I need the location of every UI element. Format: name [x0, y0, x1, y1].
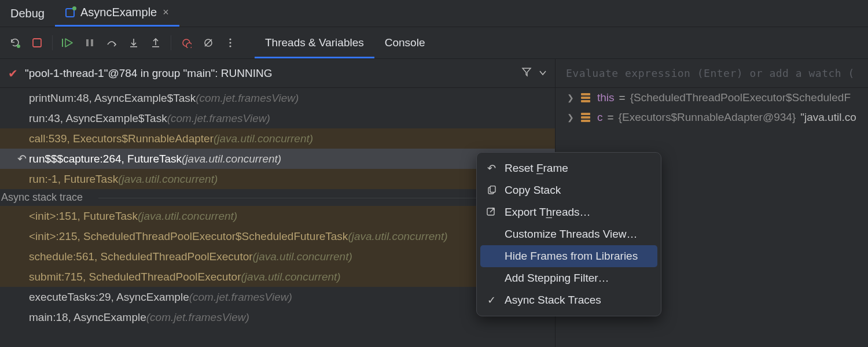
rerun-icon — [9, 37, 21, 49]
export-icon — [485, 208, 498, 217]
pause-button[interactable] — [80, 34, 99, 52]
tab-threads-variables[interactable]: Threads & Variables — [255, 27, 374, 58]
chevron-right-icon[interactable]: ❯ — [567, 93, 574, 102]
checkmark-icon: ✓ — [485, 294, 498, 307]
more-button[interactable] — [221, 34, 240, 52]
stack-frame[interactable]: call:539, Executors$RunnableAdapter (jav… — [0, 128, 555, 149]
menu-copy-stack[interactable]: Copy Stack — [477, 179, 661, 201]
tab-debug-label: Debug — [10, 7, 45, 20]
svg-point-13 — [229, 45, 231, 47]
kebab-icon — [229, 38, 231, 48]
svg-rect-3 — [86, 39, 89, 46]
reset-frame-icon: ↶ — [485, 162, 498, 175]
step-over-button[interactable] — [102, 34, 121, 52]
tab-console-label: Console — [385, 36, 425, 49]
step-into-button[interactable] — [124, 34, 143, 52]
evaluate-expression-input[interactable]: Evaluate expression (Enter) or add a wat… — [556, 59, 868, 88]
menu-add-stepping-filter[interactable]: Add Stepping Filter… — [477, 267, 661, 289]
mute-breakpoints-icon — [203, 38, 214, 48]
async-section-label: Async stack trace — [0, 189, 555, 206]
filter-icon[interactable] — [521, 67, 532, 80]
svg-rect-15 — [490, 186, 495, 193]
mute-breakpoints-button[interactable] — [199, 34, 218, 52]
frames-context-menu: ↶ Reset Frame Copy Stack Export Threads…… — [476, 152, 661, 316]
chevron-right-icon[interactable]: ❯ — [567, 113, 574, 122]
svg-point-8 — [186, 43, 192, 48]
svg-rect-1 — [33, 39, 41, 47]
svg-point-11 — [229, 38, 231, 40]
svg-point-12 — [229, 42, 231, 43]
step-out-icon — [151, 38, 160, 48]
stack-frame[interactable]: <init>:215, ScheduledThreadPoolExecutor$… — [0, 226, 555, 246]
view-breakpoints-button[interactable] — [177, 34, 196, 52]
resume-icon — [61, 38, 74, 48]
separator — [171, 35, 171, 50]
step-out-button[interactable] — [146, 34, 165, 52]
menu-export-threads[interactable]: Export Threads… — [477, 201, 661, 223]
stack-frame[interactable]: printNum:48, AsyncExample$Task (com.jet.… — [0, 88, 555, 108]
stack-frame[interactable]: submit:715, ScheduledThreadPoolExecutor … — [0, 267, 555, 287]
evaluate-placeholder: Evaluate expression (Enter) or add a wat… — [566, 67, 855, 79]
copy-icon — [485, 186, 498, 195]
tab-threads-label: Threads & Variables — [265, 36, 364, 49]
resume-button[interactable] — [58, 34, 77, 52]
stack-frame[interactable]: run:43, AsyncExample$Task (com.jet.frame… — [0, 108, 555, 128]
stack-frame-selected[interactable]: ↶ run$$$capture:264, FutureTask (java.ut… — [0, 149, 555, 169]
stack-frame[interactable]: run:-1, FutureTask (java.util.concurrent… — [0, 169, 555, 189]
svg-rect-6 — [152, 46, 159, 47]
tab-console[interactable]: Console — [374, 27, 436, 58]
svg-point-0 — [17, 45, 20, 48]
breakpoints-icon — [181, 38, 192, 48]
check-icon: ✔ — [8, 67, 18, 80]
menu-hide-frames-libraries[interactable]: Hide Frames from Libraries — [480, 245, 657, 267]
stack-frame[interactable]: <init>:151, FutureTask (java.util.concur… — [0, 206, 555, 226]
stack-frame[interactable]: main:18, AsyncExample (com.jet.framesVie… — [0, 307, 555, 327]
stop-icon — [32, 38, 42, 47]
tab-debug[interactable]: Debug — [0, 0, 55, 27]
separator — [52, 35, 53, 50]
menu-async-stack-traces[interactable]: ✓ Async Stack Traces — [477, 289, 661, 311]
stop-button[interactable] — [28, 34, 46, 52]
svg-rect-5 — [130, 46, 137, 47]
pause-icon — [85, 38, 94, 47]
menu-reset-frame[interactable]: ↶ Reset Frame — [477, 157, 661, 179]
tab-run-config-label: AsyncExample — [80, 6, 157, 19]
menu-customize-threads-view[interactable]: Customize Threads View… — [477, 223, 661, 245]
reset-frame-icon: ↶ — [15, 152, 29, 165]
stack-frame[interactable]: schedule:561, ScheduledThreadPoolExecuto… — [0, 246, 555, 267]
rerun-button[interactable] — [6, 34, 24, 52]
chevron-down-icon[interactable] — [539, 67, 547, 80]
object-icon — [581, 93, 590, 102]
variable-row[interactable]: ❯ this = {ScheduledThreadPoolExecutor$Sc… — [556, 88, 868, 108]
svg-rect-2 — [62, 39, 63, 47]
svg-rect-4 — [91, 39, 93, 46]
tab-run-config[interactable]: AsyncExample × — [55, 0, 179, 27]
run-config-icon — [65, 8, 75, 17]
step-over-icon — [106, 38, 117, 48]
object-icon — [581, 113, 590, 122]
variable-row[interactable]: ❯ c = {Executors$RunnableAdapter@934} "j… — [556, 108, 868, 127]
stack-frame[interactable]: executeTasks:29, AsyncExample (com.jet.f… — [0, 287, 555, 307]
thread-status-label[interactable]: "pool-1-thread-1"@784 in group "main": R… — [25, 67, 514, 80]
close-icon[interactable]: × — [163, 6, 169, 19]
step-into-icon — [129, 38, 138, 48]
